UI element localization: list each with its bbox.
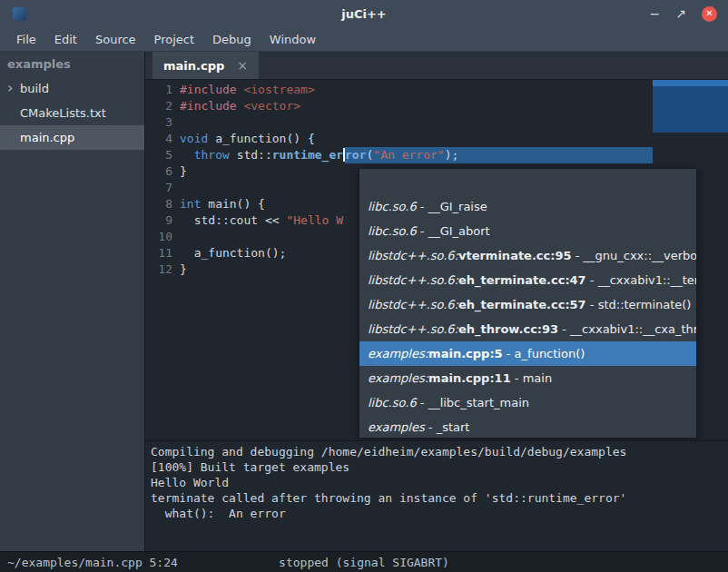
code-token: #include [180, 98, 237, 114]
frame-location: eh_terminate.cc:47 [458, 273, 586, 287]
code-token: main() { [201, 196, 264, 212]
menu-edit[interactable]: Edit [45, 33, 86, 46]
terminal-line: Compiling and debugging /home/eidheim/ex… [151, 444, 723, 459]
code-token: ); [445, 147, 459, 163]
close-icon: ✕ [705, 9, 713, 18]
tree-item-label: CMakeLists.txt [20, 106, 106, 120]
code-line: 1 #include <iostream> [145, 82, 728, 98]
frame-location: main.cpp:11 [428, 371, 511, 385]
frame-library: examples: [368, 371, 428, 385]
line-number: 2 [145, 98, 180, 114]
close-button[interactable]: ✕ [702, 6, 717, 22]
tooltip-box [653, 80, 728, 133]
tree-item-main-cpp[interactable]: main.cpp [0, 125, 144, 150]
stack-frame[interactable]: examples - _start [359, 415, 696, 439]
backtrace-popup: libc.so.6 - __GI_raise libc.so.6 - __GI_… [359, 168, 697, 439]
frame-location: vterminate.cc:95 [458, 249, 572, 262]
code-token: a_function() { [208, 131, 314, 147]
tab-main-cpp[interactable]: main.cpp × [152, 52, 259, 79]
tree-item-label: main.cpp [20, 131, 74, 144]
frame-function: - __gnu_cxx::__verbos [572, 249, 696, 262]
menu-window[interactable]: Window [261, 33, 325, 46]
frame-location: eh_throw.cc:93 [458, 322, 558, 336]
code-token: int [180, 196, 201, 212]
tabbar: main.cpp × [145, 52, 728, 80]
menu-file[interactable]: File [7, 33, 45, 46]
tree-item-cmakelists[interactable]: CMakeLists.txt [0, 101, 144, 125]
frame-function: - _start [425, 420, 470, 434]
terminal-line: what(): An error [151, 506, 723, 521]
menubar: File Edit Source Project Debug Window [0, 27, 728, 52]
selected-text: ror("An error"); [345, 147, 458, 163]
tab-close-icon[interactable]: × [237, 58, 248, 73]
stack-frame[interactable]: libstdc++.so.6:eh_throw.cc:93 - __cxxabi… [359, 317, 696, 341]
stack-frame[interactable]: libstdc++.so.6:eh_terminate.cc:47 - __cx… [359, 268, 696, 292]
line-number: 11 [145, 245, 180, 261]
project-header: examples [0, 52, 144, 76]
code-editor[interactable]: 1 #include <iostream> 2 #include <vector… [145, 80, 728, 440]
code-token: "An error" [373, 147, 444, 163]
tooltip-box-header [653, 80, 728, 86]
code-token: std::cout << [180, 212, 286, 229]
maximize-button[interactable]: ↗ [675, 7, 686, 20]
code-token: ror [345, 147, 366, 163]
line-number: 4 [145, 131, 180, 147]
stack-frame[interactable]: libstdc++.so.6:eh_terminate.cc:57 - std:… [359, 292, 696, 317]
code-token: throw [194, 147, 230, 163]
code-token: } [180, 163, 187, 180]
line-number: 10 [145, 229, 180, 245]
frame-library: examples [368, 420, 425, 434]
frame-function: - __GI_abort [417, 224, 490, 238]
chevron-right-icon: › [7, 76, 13, 100]
frame-function: - __GI_raise [417, 200, 487, 213]
line-number: 5 [145, 147, 180, 163]
stack-frame[interactable]: libc.so.6 - __GI_raise [359, 194, 696, 219]
frame-library: libc.so.6 [368, 200, 417, 213]
stack-frame[interactable]: libstdc++.so.6:vterminate.cc:95 - __gnu_… [359, 243, 696, 268]
line-number: 7 [145, 180, 180, 196]
debug-status: stopped (signal SIGABRT) [0, 556, 728, 569]
code-token: <vector> [243, 98, 300, 114]
code-token [180, 147, 194, 163]
tree-item-label: build [20, 82, 49, 95]
frame-function: - a_function() [503, 347, 585, 360]
line-number: 6 [145, 163, 180, 180]
code-token [230, 147, 237, 163]
line-number: 8 [145, 196, 180, 212]
code-token [237, 98, 244, 114]
tree-item-build[interactable]: › build [0, 76, 144, 101]
code-token: } [180, 261, 187, 278]
terminal-line: [100%] Built target examples [151, 459, 723, 475]
stack-frame[interactable]: libc.so.6 - __GI_abort [359, 219, 696, 243]
statusbar: stopped (signal SIGABRT) ~/examples/main… [0, 551, 728, 572]
code-token: std:: [237, 147, 272, 163]
line-number: 1 [145, 82, 180, 98]
main-area: examples › build CMakeLists.txt main.cpp… [0, 52, 728, 551]
stack-frame[interactable]: libc.so.6 - __libc_start_main [359, 390, 696, 415]
frame-function: - __cxxabiv1::__cxa_thro [558, 322, 696, 336]
stack-frame[interactable]: examples:main.cpp:11 - main [359, 366, 696, 390]
code-token: a_function(); [180, 245, 286, 261]
window-title: juCi++ [0, 7, 728, 21]
editor-column: main.cpp × 1 #include <iostream> 2 #incl… [145, 52, 728, 551]
frame-function: - __cxxabiv1::__tern [586, 273, 696, 287]
titlebar: juCi++ − ↗ ✕ [0, 0, 728, 27]
code-token: <iostream> [243, 82, 314, 98]
menu-source[interactable]: Source [86, 33, 145, 46]
line-number: 9 [145, 212, 180, 229]
frame-library: libc.so.6 [368, 224, 417, 238]
code-token: void [180, 131, 208, 147]
output-terminal[interactable]: Compiling and debugging /home/eidheim/ex… [145, 440, 728, 551]
minimize-button[interactable]: − [650, 7, 661, 20]
stack-frame-selected[interactable]: examples:main.cpp:5 - a_function() [359, 341, 696, 366]
frame-function: - std::terminate() [586, 298, 692, 311]
menu-debug[interactable]: Debug [203, 33, 261, 46]
frame-location: main.cpp:5 [428, 347, 503, 360]
code-line: 2 #include <vector> [145, 98, 728, 114]
code-line: 3 [145, 114, 728, 131]
app-icon [13, 7, 26, 21]
menu-project[interactable]: Project [145, 33, 203, 46]
frame-function: - __libc_start_main [417, 396, 529, 409]
app-window: juCi++ − ↗ ✕ File Edit Source Project De… [0, 0, 728, 572]
frame-location: eh_terminate.cc:57 [458, 298, 586, 311]
